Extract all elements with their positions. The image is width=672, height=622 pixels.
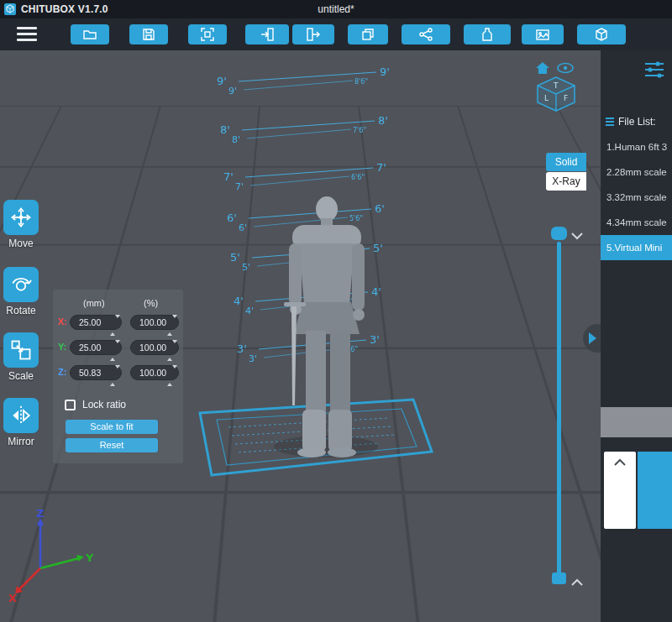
slice-settings-button[interactable] — [577, 24, 626, 44]
fit-frame-icon — [200, 27, 215, 42]
scale-icon — [3, 332, 39, 368]
file-list-header: File List: — [601, 112, 672, 131]
bottle-icon — [480, 27, 495, 42]
settings-sliders-icon[interactable] — [643, 61, 665, 81]
render-mode-toggle: Solid X-Ray — [546, 153, 586, 191]
floppy-icon — [141, 27, 156, 42]
save-file-button[interactable] — [129, 24, 168, 44]
right-panel: File List: 1.Human 6ft 3 2.28mm scale 3.… — [601, 50, 672, 622]
mirror-icon — [3, 398, 39, 433]
move-tool-button[interactable]: Move — [2, 200, 40, 249]
lock-ratio-label: Lock ratio — [82, 399, 126, 410]
file-list-header-label: File List: — [618, 112, 656, 131]
menu-icon[interactable] — [13, 24, 44, 45]
axis-row-label: Z: — [58, 367, 66, 377]
layer-slider-bottom-handle[interactable] — [552, 572, 566, 584]
axis-row-label: Y: — [58, 342, 66, 352]
spin-arrows[interactable] — [167, 343, 173, 358]
chevron-up-small-icon — [613, 458, 627, 467]
main-toolbar — [0, 18, 672, 50]
solid-mode-button[interactable]: Solid — [546, 153, 586, 171]
arrange-models-button[interactable] — [402, 24, 450, 44]
chitubox-window: CHITUBOX V1.7.0 untitled* — [0, 0, 672, 622]
file-list-item[interactable]: 1.Human 6ft 3 — [601, 134, 672, 159]
preview-box-blue[interactable] — [638, 452, 672, 529]
scale-x-mm-spinbox[interactable]: 25.00 — [70, 315, 122, 330]
rotate-tool-label: Rotate — [2, 305, 40, 316]
layer-slider-track[interactable] — [557, 242, 561, 579]
copy-icon — [360, 27, 375, 42]
import-arrow-icon — [260, 27, 275, 42]
mirror-tool-button[interactable]: Mirror — [2, 398, 40, 447]
preview-box-white[interactable] — [604, 452, 636, 529]
collapsed-panel-strip — [601, 407, 672, 437]
xray-mode-button[interactable]: X-Ray — [546, 172, 586, 191]
layer-slider-top-handle[interactable] — [551, 227, 567, 240]
scale-z-mm-value: 50.83 — [79, 366, 101, 379]
lock-ratio-checkbox[interactable]: Lock ratio — [65, 399, 126, 410]
orientation-cube-icon[interactable]: T L F — [534, 76, 578, 116]
list-icon — [606, 116, 614, 128]
rotate-icon — [3, 267, 39, 302]
view-cube-cluster: T L F — [533, 59, 583, 114]
title-bar: CHITUBOX V1.7.0 untitled* — [0, 0, 672, 18]
scale-x-pct-spinbox[interactable]: 100.00 — [130, 315, 179, 330]
scale-to-fit-button[interactable]: Scale to fit — [66, 420, 158, 434]
scale-mm-header: (mm) — [83, 298, 105, 308]
y-axis-label: Y — [85, 551, 94, 564]
3d-viewport[interactable]: 9'9'9'8'6"8'8'8'7'6"7'7'7'6'6"6'6'6'5'6"… — [0, 50, 601, 622]
play-arrow-icon — [589, 332, 596, 344]
scale-x-pct-value: 100.00 — [139, 316, 166, 329]
checkbox-box — [65, 400, 76, 410]
move-tool-label: Move — [2, 238, 40, 249]
file-list-item[interactable]: 3.32mm scale — [601, 185, 672, 210]
chevron-up-icon[interactable] — [571, 574, 583, 589]
export-model-button[interactable] — [292, 24, 334, 44]
network-nodes-icon — [418, 27, 433, 42]
move-icon — [3, 200, 39, 235]
app-title: CHITUBOX V1.7.0 — [21, 0, 108, 18]
scale-z-pct-value: 100.00 — [139, 366, 166, 379]
scale-z-mm-spinbox[interactable]: 50.83 — [70, 365, 122, 380]
rotate-tool-button[interactable]: Rotate — [2, 267, 40, 316]
axes-triad: Z Y X — [7, 508, 99, 609]
scale-tool-label: Scale — [2, 370, 40, 382]
screenshot-button[interactable] — [522, 24, 564, 44]
spin-arrows[interactable] — [110, 368, 116, 384]
x-axis-label: X — [8, 592, 17, 604]
scale-tool-button[interactable]: Scale — [2, 332, 40, 382]
spin-arrows[interactable] — [110, 343, 116, 358]
clone-model-button[interactable] — [348, 24, 388, 44]
svg-text:L: L — [544, 94, 549, 102]
spin-arrows[interactable] — [110, 318, 116, 333]
open-file-button[interactable] — [71, 24, 109, 44]
mirror-tool-label: Mirror — [2, 436, 40, 447]
chevron-down-icon[interactable] — [571, 228, 583, 243]
scale-y-mm-spinbox[interactable]: 25.00 — [70, 340, 122, 355]
file-list-item[interactable]: 2.28mm scale — [601, 159, 672, 185]
export-arrow-icon — [306, 27, 321, 42]
hollow-model-button[interactable] — [464, 24, 511, 44]
scale-y-pct-value: 100.00 — [139, 341, 166, 354]
axis-row-label: X: — [58, 316, 67, 327]
file-list-item[interactable]: 5.Virtual Mini — [601, 235, 672, 260]
spin-arrows[interactable] — [167, 368, 173, 384]
scale-panel: (mm) (%) X: 25.00 100.00 Y: 25.00 — [53, 290, 183, 463]
scale-y-pct-spinbox[interactable]: 100.00 — [130, 340, 179, 355]
cube-box-icon — [594, 27, 609, 42]
svg-text:F: F — [564, 94, 568, 102]
scale-z-pct-spinbox[interactable]: 100.00 — [130, 365, 179, 380]
import-model-button[interactable] — [245, 24, 289, 44]
scale-y-mm-value: 25.00 — [79, 341, 101, 354]
scale-pct-header: (%) — [144, 298, 158, 308]
file-list-item[interactable]: 4.34mm scale — [601, 210, 672, 235]
reset-button[interactable]: Reset — [66, 438, 158, 452]
app-logo-icon — [4, 3, 16, 15]
image-icon — [535, 27, 550, 42]
z-axis-label: Z — [36, 508, 44, 520]
folder-icon — [82, 27, 97, 42]
spin-arrows[interactable] — [167, 318, 173, 333]
scale-x-mm-value: 25.00 — [79, 316, 101, 329]
fit-to-screen-button[interactable] — [188, 24, 227, 44]
svg-text:T: T — [553, 81, 559, 90]
